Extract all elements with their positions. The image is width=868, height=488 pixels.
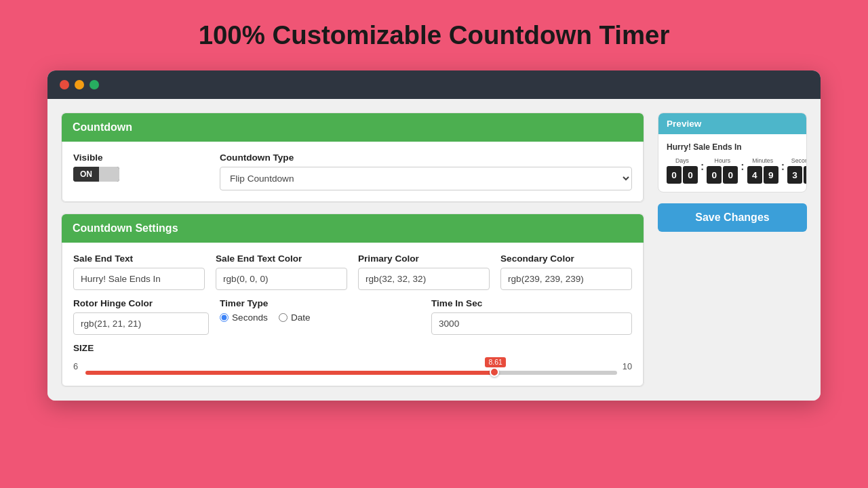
countdown-section-body: Visible ON Countdown Type Flip Countdown…	[62, 142, 644, 202]
left-panel: Countdown Visible ON Countdown Type	[61, 113, 644, 387]
secondary-color-input[interactable]	[500, 268, 632, 290]
min-digit-1: 9	[764, 166, 778, 184]
hours-digits: 0 0	[707, 166, 738, 184]
visible-toggle[interactable]: ON	[73, 167, 119, 182]
separator-2: :	[741, 161, 744, 181]
countdown-type-label: Countdown Type	[220, 152, 632, 163]
size-row: 6 8.61 10	[73, 357, 632, 375]
size-label: SIZE	[73, 343, 632, 353]
browser-titlebar	[47, 70, 821, 99]
close-dot[interactable]	[60, 80, 69, 89]
hours-group: Hours 0 0	[707, 157, 738, 184]
seconds-digits: 3 6	[787, 166, 807, 184]
separator-1: :	[701, 161, 704, 181]
hours-label: Hours	[715, 157, 730, 164]
countdown-display: Days 0 0 : Hours 0 0	[667, 157, 798, 184]
maximize-dot[interactable]	[90, 80, 99, 89]
size-min: 6	[73, 361, 80, 371]
save-changes-button[interactable]: Save Changes	[658, 203, 807, 232]
toggle-off-space	[99, 167, 119, 182]
sale-end-color-input[interactable]	[216, 268, 347, 290]
separator-3: :	[781, 161, 785, 181]
right-panel: Preview Hurry! Sale Ends In Days 0 0 :	[658, 113, 807, 387]
visible-label: Visible	[73, 152, 209, 163]
seconds-label: Seconds	[791, 157, 807, 164]
time-in-sec-label: Time In Sec	[431, 298, 632, 308]
preview-sale-text: Hurry! Sale Ends In	[667, 142, 798, 152]
seconds-label: Seconds	[232, 312, 268, 323]
hour-digit-1: 0	[723, 166, 738, 184]
minutes-label: Minutes	[752, 157, 773, 164]
sec-digit-0: 3	[787, 166, 802, 184]
day-digit-1: 0	[683, 166, 698, 184]
primary-color-label: Primary Color	[358, 253, 490, 264]
min-digit-0: 4	[747, 166, 762, 184]
page-title: 100% Customizable Countdown Timer	[199, 20, 670, 50]
countdown-section: Countdown Visible ON Countdown Type	[61, 113, 644, 203]
primary-color-input[interactable]	[358, 268, 490, 290]
slider-track[interactable]	[85, 371, 617, 375]
hour-digit-0: 0	[707, 166, 722, 184]
days-digits: 0 0	[667, 166, 698, 184]
countdown-type-select[interactable]: Flip Countdown Basic Countdown Circle Co…	[220, 167, 632, 190]
sale-end-text-input[interactable]	[73, 268, 205, 290]
countdown-settings-section: Countdown Settings Sale End Text Sale En…	[61, 214, 644, 387]
countdown-section-header: Countdown	[62, 113, 644, 142]
day-digit-0: 0	[667, 166, 682, 184]
date-radio[interactable]	[279, 313, 288, 322]
countdown-settings-header: Countdown Settings	[62, 214, 644, 243]
time-in-sec-input[interactable]	[431, 312, 632, 335]
rotor-hinge-input[interactable]	[73, 312, 209, 335]
timer-type-label: Timer Type	[220, 298, 420, 308]
preview-box: Preview Hurry! Sale Ends In Days 0 0 :	[658, 113, 807, 192]
sec-digit-1: 6	[804, 166, 807, 184]
browser-content: Countdown Visible ON Countdown Type	[47, 99, 821, 401]
seconds-radio[interactable]	[220, 313, 229, 322]
countdown-settings-body: Sale End Text Sale End Text Color Primar…	[62, 243, 644, 386]
minutes-group: Minutes 4 9	[747, 157, 778, 184]
browser-window: Countdown Visible ON Countdown Type	[47, 70, 821, 401]
days-label: Days	[675, 157, 689, 164]
minutes-digits: 4 9	[747, 166, 778, 184]
minimize-dot[interactable]	[75, 80, 84, 89]
slider-thumb[interactable]	[490, 367, 499, 377]
preview-body: Hurry! Sale Ends In Days 0 0 : Hours	[658, 134, 806, 192]
size-max: 10	[623, 361, 632, 371]
date-radio-label[interactable]: Date	[279, 312, 311, 323]
preview-header: Preview	[658, 113, 806, 134]
seconds-radio-label[interactable]: Seconds	[220, 312, 268, 323]
slider-wrapper: 8.61	[85, 357, 617, 375]
sale-end-color-label: Sale End Text Color	[216, 253, 347, 264]
days-group: Days 0 0	[667, 157, 698, 184]
timer-type-group: Seconds Date	[220, 312, 420, 323]
secondary-color-label: Secondary Color	[500, 253, 632, 264]
size-section: SIZE 6 8.61 10	[73, 343, 632, 375]
slider-tooltip: 8.61	[485, 357, 505, 367]
seconds-group: Seconds 3 6	[787, 157, 807, 184]
date-label: Date	[291, 312, 311, 323]
rotor-hinge-label: Rotor Hinge Color	[73, 298, 209, 308]
toggle-on-label: ON	[73, 167, 99, 182]
sale-end-text-label: Sale End Text	[73, 253, 205, 264]
